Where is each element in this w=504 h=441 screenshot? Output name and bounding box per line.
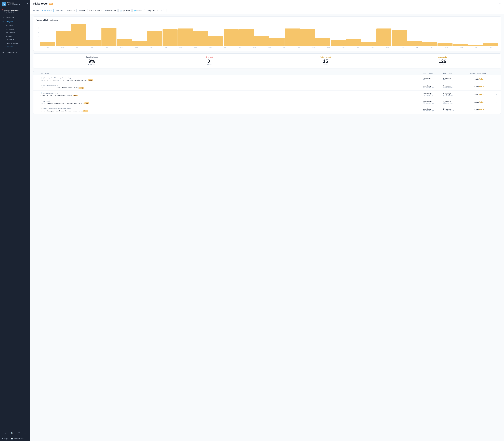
x-label: 10/19 [484, 47, 498, 48]
file-icon: 📄 [40, 85, 42, 86]
chart-bar [147, 31, 162, 46]
chart-bar [361, 42, 376, 46]
settings-gear-icon[interactable] [499, 2, 501, 5]
chart-title: Number of flaky test cases [36, 19, 498, 21]
flaky-badge: Flaky [88, 79, 93, 81]
x-label: 09/29 [188, 47, 203, 48]
x-label: 10/02 [233, 47, 247, 48]
stat-low-value: 126 [387, 59, 498, 63]
chart-bar [86, 40, 101, 46]
chart-bar [224, 29, 239, 46]
sidebar-item-most-common-errors[interactable]: Most common errors [6, 42, 30, 45]
svg-rect-1 [3, 21, 3, 22]
table-row[interactable]: 2 📄 runs/RunDetails_spec.ts ... > ... > … [34, 83, 501, 91]
table-row[interactable]: 3 📄 runs/RunDetails_spec.ts run details … [34, 91, 501, 98]
sidebar-item-latest-runs[interactable]: ○ Latest runs [0, 15, 30, 19]
flaky-tests-table: TEST CASE FIRST FLAKY LAST FLAKY FLAKY R… [33, 71, 501, 114]
filter-develop[interactable]: ⎇ develop ▾ [65, 9, 77, 12]
first-flaky-date: a month ago 431 test runs ago [423, 100, 443, 104]
filter-browser[interactable]: 🌐 Browser ▾ [133, 9, 145, 12]
chart-bar [193, 31, 208, 46]
filter-next-btn[interactable]: > [163, 9, 167, 12]
project-name[interactable]: cypress-dashboard [4, 9, 19, 11]
sidebar-item-flaky-tests[interactable]: Flaky tests [6, 45, 30, 49]
first-flaky-date: a month ago 439 test runs ago [423, 108, 443, 111]
x-label: 10/13 [395, 47, 410, 48]
table-row[interactable]: 1 📄 github-integration/GithubIntegration… [34, 75, 501, 83]
chevron-down-icon: ▾ [101, 10, 101, 12]
chart-bar [239, 29, 254, 46]
stat-high-label: High severity [153, 56, 264, 58]
sidebar-item-analytics[interactable]: Analytics [0, 19, 30, 24]
bottom-icon-heart: ♡ [24, 432, 26, 435]
chart-bar [254, 36, 269, 46]
flaky-runs: 32/186 [464, 109, 479, 111]
sidebar-item-test-suite-size[interactable]: Test suite size [6, 31, 30, 34]
bottom-icon-1: ✕ [4, 432, 6, 435]
filter-last-30-days[interactable]: 📅 Last 30 Days ▾ [87, 9, 103, 12]
chevron-right-icon: › [494, 78, 499, 80]
th-severity: SEVERITY [479, 72, 494, 74]
filter-cypress[interactable]: cy Cypress 1 ▾ [146, 9, 159, 12]
chevron-down-icon: ▾ [115, 10, 116, 12]
sidebar-item-slowest-tests[interactable]: Slowest tests [6, 38, 30, 42]
user-name: Amir Rustamzadeh [7, 4, 27, 6]
filter-prev-btn[interactable]: < [160, 9, 163, 12]
filter-by-label: FILTER BY [56, 10, 63, 11]
chart-card: Number of flaky test cases 50 40 30 20 1… [33, 16, 501, 51]
last-flaky-date: 3 days ago 16 test runs ago [443, 100, 464, 104]
x-label: 10/06 [291, 47, 306, 48]
view-all-projects[interactable]: View all projects [2, 11, 28, 13]
test-file: 📄 runs/RunDetails_spec.ts [40, 93, 423, 94]
test-file: 📄 app_spec.ts [40, 100, 423, 102]
file-icon: 📄 [40, 93, 42, 94]
row-number: 2 [35, 86, 40, 88]
test-name: ... > ... > ... > ... > ... > ... > ... … [40, 79, 423, 81]
chart-container: 50 40 30 20 10 0 09/1909/2009/2109/2209/… [36, 23, 498, 48]
x-label: 10/10 [351, 47, 365, 48]
test-name: ... > ... > displays a breakdown of the … [40, 110, 423, 112]
header-chevron-icon[interactable]: ▼ [27, 3, 28, 5]
support-link[interactable]: ● Support [2, 438, 9, 440]
filter-separator: | [55, 9, 55, 12]
x-label: 09/22 [85, 47, 100, 48]
file-icon: 📄 [40, 77, 42, 79]
flaky-badge: Flaky [84, 102, 89, 104]
filter-test-case[interactable]: ☰ Test Case ▾ [41, 9, 53, 12]
table-row[interactable]: 4 📄 app_spec.ts ... > ... > removes old … [34, 98, 501, 106]
sidebar-item-top-failures[interactable]: Top failures [6, 34, 30, 38]
x-label: 09/27 [159, 47, 173, 48]
filter-tag[interactable]: 🏷 Tag ▾ [78, 9, 86, 12]
sidebar-bottom-icons: ✕ 🔍 cy ♡ [0, 430, 30, 436]
branch-icon: ⎇ [66, 10, 68, 12]
page-header: Flaky tests beta [30, 0, 504, 7]
analytics-sub-nav: Run status Run duration Test suite size … [0, 24, 30, 49]
x-label: 09/19 [40, 47, 55, 48]
first-flaky-date: a month ago 364 test runs ago [423, 85, 443, 88]
x-label: 10/01 [218, 47, 233, 48]
stat-overall-label: Overall flakiness [36, 56, 147, 58]
filter-run-group[interactable]: ☰ Run Group ▾ [104, 9, 118, 12]
chevron-down-icon: ▾ [84, 10, 85, 12]
filter-spec-file[interactable]: 📄 Spec File ▾ [118, 9, 132, 12]
th-first-flaky: FIRST FLAKY [423, 72, 443, 74]
sidebar-nav: ○ Latest runs Analytics Run status Run d… [0, 14, 30, 430]
latest-runs-icon: ○ [2, 16, 4, 18]
sidebar-item-run-status[interactable]: Run status [6, 24, 30, 28]
sidebar-item-run-duration[interactable]: Run duration [6, 28, 30, 31]
documentation-link[interactable]: 📄 Documentation [11, 438, 24, 440]
sidebar-item-project-settings[interactable]: ⚙ Project settings [0, 50, 30, 54]
row-test-info: 📄 app_spec.ts ... > ... > removes old tr… [40, 100, 423, 104]
x-label: 10/04 [262, 47, 277, 48]
last-flaky-date: 6 days ago 55 test runs ago [443, 78, 464, 81]
x-label: 10/09 [336, 47, 351, 48]
beta-badge: beta [49, 3, 53, 5]
settings-icon: ⚙ [2, 51, 4, 53]
row-test-info: 📄 runs/RunDetails_spec.ts ... > ... > ..… [40, 85, 423, 89]
th-last-flaky: LAST FLAKY [443, 72, 464, 74]
chart-bars [40, 23, 498, 46]
chevron-right-icon: › [494, 109, 499, 111]
table-row[interactable]: 5 📄 project_analytics/MostCommonErrors_s… [34, 106, 501, 114]
stat-low-unit: Test Cases [387, 64, 498, 66]
stat-overall-value: 9% [36, 59, 147, 63]
